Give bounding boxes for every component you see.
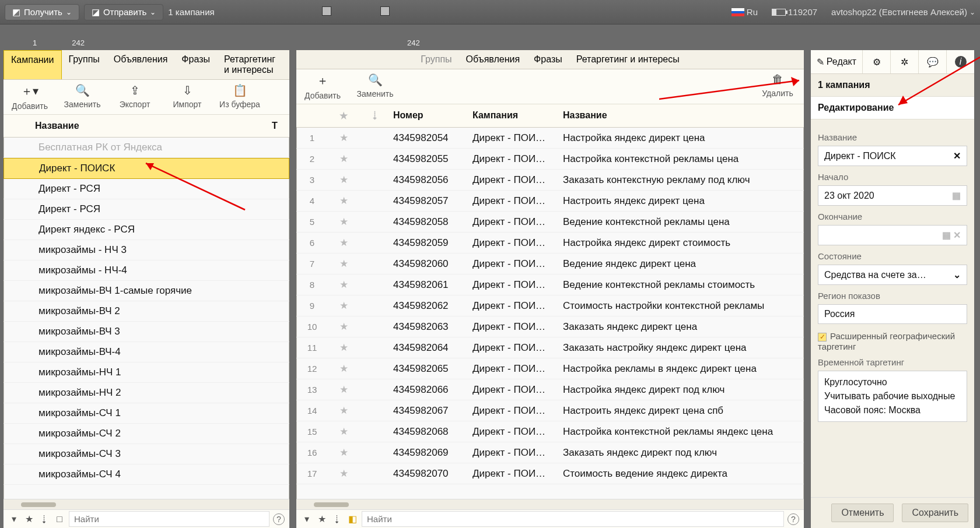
field-time[interactable]: Круглосуточно Учитывать рабочие выходные… bbox=[818, 371, 967, 422]
campaign-row[interactable]: микрозаймы-ВЧ 3 bbox=[4, 322, 289, 342]
mid-table-head: ★ ⭭ Номер Кампания Название bbox=[296, 104, 804, 128]
campaign-row[interactable]: микрозаймы-НЧ 1 bbox=[4, 362, 289, 383]
col-sort-icon[interactable]: ⭭ bbox=[359, 110, 391, 121]
checkbox-icon[interactable]: ✓ bbox=[818, 333, 827, 342]
rtab-edit[interactable]: ✎Редакт bbox=[811, 50, 862, 73]
campaign-row[interactable]: Директ - РСЯ bbox=[4, 179, 289, 199]
group-row[interactable]: 2★4345982055Директ - ПОИ…Настройка конте… bbox=[296, 149, 804, 170]
tab-campaigns[interactable]: Кампании bbox=[4, 50, 62, 79]
chevron-down-icon[interactable]: ⌄ bbox=[953, 269, 961, 280]
field-state[interactable]: Средства на счете за…⌄ bbox=[818, 265, 967, 285]
campaign-row[interactable]: Директ - ПОИСК bbox=[4, 158, 289, 179]
mstar-icon[interactable]: ★ bbox=[316, 513, 328, 525]
group-row[interactable]: 15★4345982068Директ - ПОИ…Настройка конт… bbox=[296, 421, 804, 442]
group-row[interactable]: 5★4345982058Директ - ПОИ…Ведение контекс… bbox=[296, 212, 804, 233]
group-row[interactable]: 11★4345982064Директ - ПОИ…Заказать настр… bbox=[296, 337, 804, 358]
left-search[interactable] bbox=[69, 511, 270, 527]
mfilter-icon[interactable]: ▾ bbox=[301, 513, 313, 525]
col-campaign[interactable]: Кампания bbox=[473, 110, 563, 121]
tool-import[interactable]: ⇩Импорт bbox=[161, 80, 214, 114]
group-row[interactable]: 9★4345982062Директ - ПОИ…Стоимость настр… bbox=[296, 295, 804, 316]
msort-icon[interactable]: ⭭ bbox=[331, 514, 343, 525]
cancel-button[interactable]: Отменить bbox=[831, 504, 894, 522]
col-groupname[interactable]: Название bbox=[563, 110, 804, 121]
group-row[interactable]: 6★4345982059Директ - ПОИ…Настройка яндек… bbox=[296, 233, 804, 254]
group-row[interactable]: 17★4345982070Директ - ПОИ…Стоимость веде… bbox=[296, 463, 804, 484]
send-button[interactable]: ◪ Отправить ⌄ bbox=[84, 4, 163, 20]
filter-icon[interactable]: ▾ bbox=[8, 513, 20, 525]
campaign-row[interactable]: микрозаймы-ВЧ 1-самые горячие bbox=[4, 281, 289, 301]
mtab-retarget[interactable]: Ретаргетинг и интересы bbox=[569, 50, 687, 69]
col-t[interactable]: Т bbox=[272, 121, 289, 131]
campaign-row[interactable]: Директ яндекс - РСЯ bbox=[4, 220, 289, 240]
group-row[interactable]: 13★4345982066Директ - ПОИ…Настройка янде… bbox=[296, 379, 804, 400]
field-start[interactable]: 23 окт 2020▦ bbox=[818, 185, 967, 206]
mtab-groups[interactable]: Группы bbox=[414, 50, 459, 69]
tool-buffer[interactable]: 📋Из буфера bbox=[214, 80, 266, 114]
user-label[interactable]: avtoshop22 (Евстигнеев Алексей) bbox=[831, 7, 967, 17]
tool-add[interactable]: ＋▾Добавить bbox=[4, 80, 56, 114]
tab-retarget[interactable]: Ретаргетинг и интересы bbox=[217, 50, 289, 79]
clear-name-icon[interactable]: ✕ bbox=[953, 150, 961, 161]
field-end[interactable]: ▦ ✕ bbox=[818, 225, 967, 245]
campaign-row[interactable]: микрозаймы-СЧ 3 bbox=[4, 444, 289, 464]
mid-search[interactable] bbox=[362, 511, 784, 527]
field-region[interactable]: Россия bbox=[818, 304, 967, 324]
tool-replace[interactable]: 🔍Заменить bbox=[56, 80, 108, 114]
col-star-icon[interactable]: ★ bbox=[328, 110, 359, 121]
group-row[interactable]: 14★4345982067Директ - ПОИ…Настроить янде… bbox=[296, 400, 804, 421]
tab-groups[interactable]: Группы bbox=[62, 50, 107, 79]
group-row[interactable]: 3★4345982056Директ - ПОИ…Заказать контек… bbox=[296, 170, 804, 191]
star-icon[interactable]: ★ bbox=[23, 513, 35, 525]
campaign-row[interactable]: микрозаймы-ВЧ-4 bbox=[4, 342, 289, 362]
group-row[interactable]: 7★4345982060Директ - ПОИ…Ведение яндекс … bbox=[296, 254, 804, 274]
group-row[interactable]: 4★4345982057Директ - ПОИ…Настроить яндек… bbox=[296, 191, 804, 212]
mtab-phrases[interactable]: Фразы bbox=[527, 50, 569, 69]
campaign-row[interactable]: Директ - РСЯ bbox=[4, 199, 289, 220]
mtab-ads[interactable]: Объявления bbox=[459, 50, 527, 69]
mtool-delete[interactable]: 🗑Удалить bbox=[751, 69, 804, 104]
mtool-replace[interactable]: 🔍Заменить bbox=[349, 69, 401, 104]
rtab-sliders-icon[interactable]: ⚙ bbox=[862, 50, 890, 73]
rtab-info-icon[interactable]: i bbox=[946, 50, 974, 73]
toolbar-icon-2[interactable] bbox=[380, 6, 390, 16]
mid-hscroll[interactable] bbox=[296, 499, 804, 509]
help-icon[interactable]: ? bbox=[273, 513, 285, 525]
campaign-row[interactable]: микрозаймы-СЧ 4 bbox=[4, 464, 289, 485]
tab-phrases[interactable]: Фразы bbox=[174, 50, 217, 79]
left-hscroll[interactable] bbox=[4, 499, 289, 509]
mid-list: 1★4345982054Директ - ПОИ…Настройка яндек… bbox=[296, 128, 804, 499]
rtab-gear-icon[interactable]: ✲ bbox=[890, 50, 918, 73]
get-button[interactable]: ◩ Получить ⌄ bbox=[5, 4, 79, 20]
campaign-row[interactable]: Бесплатная РК от Яндекса bbox=[4, 138, 289, 158]
right-h1: 1 кампания bbox=[811, 74, 974, 97]
mhelp-icon[interactable]: ? bbox=[788, 513, 799, 525]
campaign-row[interactable]: микрозаймы - НЧ-4 bbox=[4, 261, 289, 281]
col-name[interactable]: Название bbox=[35, 121, 272, 131]
lang-label[interactable]: Ru bbox=[747, 7, 758, 17]
group-row[interactable]: 16★4345982069Директ - ПОИ…Заказать яндек… bbox=[296, 442, 804, 463]
save-button[interactable]: Сохранить bbox=[902, 504, 968, 522]
campaign-row[interactable]: микрозаймы-ВЧ 2 bbox=[4, 301, 289, 322]
tab-ads[interactable]: Объявления bbox=[107, 50, 175, 79]
group-row[interactable]: 8★4345982061Директ - ПОИ…Ведение контекс… bbox=[296, 274, 804, 295]
tool-export[interactable]: ⇪Экспорт bbox=[108, 80, 161, 114]
campaign-row[interactable]: микрозаймы-СЧ 1 bbox=[4, 403, 289, 424]
col-number[interactable]: Номер bbox=[391, 110, 473, 121]
group-row[interactable]: 1★4345982054Директ - ПОИ…Настройка яндек… bbox=[296, 128, 804, 149]
rtab-chat-icon[interactable]: 💬 bbox=[918, 50, 946, 73]
calendar-icon[interactable]: ▦ bbox=[952, 190, 961, 201]
group-row[interactable]: 12★4345982065Директ - ПОИ…Настройка рекл… bbox=[296, 358, 804, 379]
merror-icon[interactable]: ◧ bbox=[346, 513, 358, 525]
geo-checkbox-row[interactable]: ✓Расширенный географический таргетинг bbox=[818, 331, 967, 351]
toolbar-icon-1[interactable] bbox=[322, 6, 331, 16]
campaign-row[interactable]: микрозаймы-НЧ 2 bbox=[4, 383, 289, 403]
error-icon[interactable]: □ bbox=[54, 514, 65, 525]
mtool-add[interactable]: ＋Добавить bbox=[296, 69, 349, 104]
campaign-row[interactable]: микрозаймы-СЧ 2 bbox=[4, 424, 289, 444]
field-name[interactable]: Директ - ПОИСК✕ bbox=[818, 146, 967, 166]
calendar-end-icon[interactable]: ▦ ✕ bbox=[942, 230, 961, 241]
sort-icon[interactable]: ⭭ bbox=[38, 514, 50, 525]
campaign-row[interactable]: микрозаймы - НЧ 3 bbox=[4, 240, 289, 261]
group-row[interactable]: 10★4345982063Директ - ПОИ…Заказать яндек… bbox=[296, 316, 804, 337]
